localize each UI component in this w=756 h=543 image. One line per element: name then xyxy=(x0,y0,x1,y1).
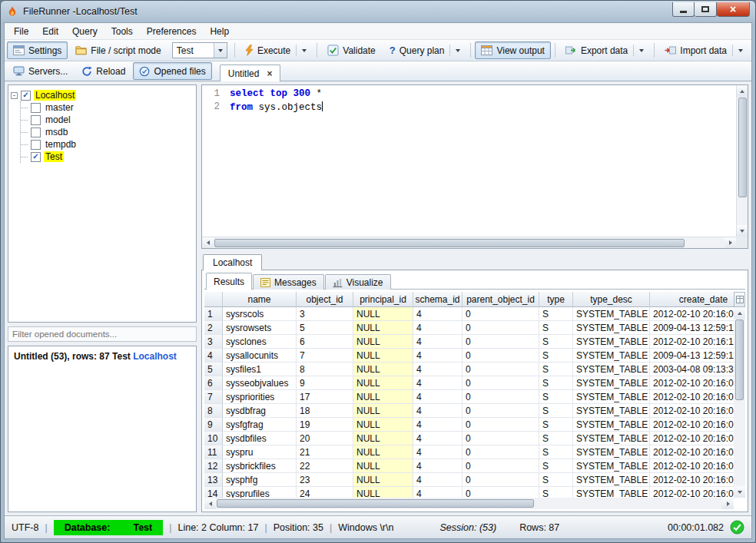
table-row[interactable]: 12sysbrickfiles22NULL40SSYSTEM_TABLE2012… xyxy=(204,459,734,473)
row-number[interactable]: 12 xyxy=(204,459,223,473)
column-header-create_date[interactable]: create_date xyxy=(650,292,734,307)
table-row[interactable]: 5sysfiles18NULL40SSYSTEM_TABLE2003-04-08… xyxy=(204,363,734,376)
grid-hscrollbar[interactable] xyxy=(204,498,734,509)
row-number[interactable]: 14 xyxy=(204,487,223,498)
checkbox-model[interactable] xyxy=(31,115,41,125)
tree-item-localhost[interactable]: - ✓ Localhost xyxy=(11,89,194,101)
column-header-parent_object_id[interactable]: parent_object_id xyxy=(463,292,539,307)
row-number[interactable]: 3 xyxy=(204,335,223,349)
settings-button[interactable]: Settings xyxy=(7,41,68,59)
menu-item-preferences[interactable]: Preferences xyxy=(140,24,204,39)
column-header-object_id[interactable]: object_id xyxy=(297,292,353,307)
column-header-name[interactable]: name xyxy=(223,292,297,307)
column-header-schema_id[interactable]: schema_id xyxy=(413,292,463,307)
tree-item-msdb[interactable]: msdb xyxy=(21,126,194,138)
row-number[interactable]: 10 xyxy=(204,432,223,445)
menu-item-help[interactable]: Help xyxy=(203,24,236,39)
editor-hscrollbar[interactable] xyxy=(202,237,736,248)
menu-item-file[interactable]: File xyxy=(7,24,35,39)
tree-item-tempdb[interactable]: tempdb xyxy=(21,138,194,151)
column-options-button[interactable] xyxy=(734,292,745,307)
tab-localhost[interactable]: Localhost xyxy=(203,254,262,270)
table-row[interactable]: 4sysallocunits7NULL40SSYSTEM_TABLE2009-0… xyxy=(204,349,734,363)
tab-messages[interactable]: Messages xyxy=(253,274,324,290)
scroll-thumb[interactable] xyxy=(735,320,744,400)
table-row[interactable]: 8sysdbfrag18NULL40SSYSTEM_TABLE2012-02-1… xyxy=(204,404,734,418)
row-number[interactable]: 2 xyxy=(204,321,223,335)
table-row[interactable]: 14sysprufiles24NULL40SSYSTEM_TABLE2012-0… xyxy=(204,487,734,498)
scroll-down-button[interactable] xyxy=(737,225,748,237)
scroll-right-button[interactable] xyxy=(722,498,734,509)
opened-files-button[interactable]: Opened files xyxy=(133,62,211,80)
editor-vscrollbar[interactable] xyxy=(736,85,748,237)
maximize-button[interactable] xyxy=(695,2,717,17)
file-script-mode-button[interactable]: File / script mode xyxy=(69,41,167,59)
column-header-type_desc[interactable]: type_desc xyxy=(573,292,650,307)
import-data-button[interactable]: Import data xyxy=(658,41,749,59)
tab-visualize[interactable]: Visualize xyxy=(325,274,391,290)
document-server-link[interactable]: Localhost xyxy=(133,351,177,362)
row-number[interactable]: 13 xyxy=(204,473,223,487)
table-row[interactable]: 6sysseobjvalues9NULL40SSYSTEM_TABLE2012-… xyxy=(204,376,734,390)
scroll-left-button[interactable] xyxy=(204,498,216,509)
table-row[interactable]: 3sysclones6NULL40SSYSTEM_TABLE2012-02-10… xyxy=(204,335,734,349)
tree-item-model[interactable]: model xyxy=(21,114,194,126)
column-header-principal_id[interactable]: principal_id xyxy=(353,292,413,307)
row-number[interactable]: 11 xyxy=(204,445,223,459)
grid-select-all[interactable] xyxy=(204,292,223,307)
table-row[interactable]: 11syspru21NULL40SSYSTEM_TABLE2012-02-10 … xyxy=(204,445,734,459)
scroll-thumb[interactable] xyxy=(214,239,685,247)
scroll-up-button[interactable] xyxy=(737,85,748,97)
tab-close-icon[interactable]: × xyxy=(267,68,272,79)
code-line[interactable]: select top 300 * xyxy=(230,88,748,101)
checkbox-tempdb[interactable] xyxy=(31,140,41,150)
filter-input[interactable] xyxy=(8,329,196,339)
execute-button[interactable]: Execute xyxy=(239,41,313,59)
scroll-down-button[interactable] xyxy=(734,486,745,498)
table-row[interactable]: 10sysdbfiles20NULL40SSYSTEM_TABLE2012-02… xyxy=(204,432,734,445)
tree-item-master[interactable]: master xyxy=(21,101,194,114)
column-header-type[interactable]: type xyxy=(539,292,573,307)
tree-expander-icon[interactable]: - xyxy=(11,92,18,99)
servers-button[interactable]: Servers... xyxy=(7,62,74,80)
opened-documents-list[interactable]: Untitled (53), rows: 87 Test Localhost xyxy=(8,346,197,512)
grid-vscrollbar[interactable] xyxy=(734,307,745,498)
server-tree[interactable]: - ✓ Localhost mastermodelmsdbtempdb✓Test xyxy=(8,84,197,323)
table-row[interactable]: 9sysfgfrag19NULL40SSYSTEM_TABLE2012-02-1… xyxy=(204,418,734,432)
view-output-button[interactable]: View output xyxy=(475,41,551,59)
connection-dropdown-button[interactable] xyxy=(214,43,227,58)
tab-untitled[interactable]: Untitled × xyxy=(220,65,281,81)
table-row[interactable]: 1sysrscols3NULL40SSYSTEM_TABLE2012-02-10… xyxy=(204,307,734,321)
row-number[interactable]: 8 xyxy=(204,404,223,418)
checkbox-localhost[interactable]: ✓ xyxy=(21,91,31,101)
tab-results[interactable]: Results xyxy=(206,273,252,290)
checkbox-msdb[interactable] xyxy=(31,127,41,137)
scroll-right-button[interactable] xyxy=(724,237,736,249)
code-line[interactable]: from sys.objects xyxy=(230,101,748,114)
tree-item-test[interactable]: ✓Test xyxy=(21,151,194,163)
connection-select[interactable]: Test xyxy=(172,42,227,58)
row-number[interactable]: 1 xyxy=(204,307,223,321)
scroll-thumb[interactable] xyxy=(738,98,747,197)
row-number[interactable]: 7 xyxy=(204,390,223,404)
row-number[interactable]: 6 xyxy=(204,376,223,390)
row-number[interactable]: 4 xyxy=(204,349,223,363)
validate-button[interactable]: Validate xyxy=(321,41,381,59)
row-number[interactable]: 9 xyxy=(204,418,223,432)
filter-box[interactable] xyxy=(8,326,197,342)
sql-editor[interactable]: 12 select top 300 *from sys.objects xyxy=(201,84,748,249)
menu-item-edit[interactable]: Edit xyxy=(35,24,65,39)
table-row[interactable]: 7syspriorities17NULL40SSYSTEM_TABLE2012-… xyxy=(204,390,734,404)
reload-button[interactable]: Reload xyxy=(75,62,131,80)
scroll-thumb[interactable] xyxy=(217,499,534,508)
close-button[interactable]: × xyxy=(717,2,750,17)
list-item[interactable]: Untitled (53), rows: 87 Test Localhost xyxy=(12,350,192,363)
editor-code[interactable]: select top 300 *from sys.objects xyxy=(225,85,748,248)
checkbox-master[interactable] xyxy=(31,103,41,113)
minimize-button[interactable] xyxy=(672,2,695,17)
export-data-button[interactable]: Export data xyxy=(559,41,650,59)
table-row[interactable]: 2sysrowsets5NULL40SSYSTEM_TABLE2009-04-1… xyxy=(204,321,734,335)
menu-item-query[interactable]: Query xyxy=(65,24,104,39)
menu-item-tools[interactable]: Tools xyxy=(104,24,140,39)
checkbox-test[interactable]: ✓ xyxy=(31,152,41,162)
